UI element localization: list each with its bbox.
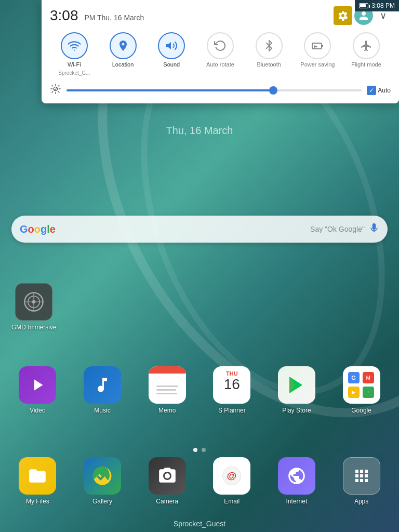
playstore-icon[interactable] xyxy=(278,366,315,404)
google-label: Google xyxy=(351,407,371,414)
email-icon[interactable]: @ xyxy=(213,457,250,495)
toggle-bluetooth-label: Bluetooth xyxy=(257,61,281,68)
wifi-icon xyxy=(68,39,81,52)
brightness-row: ✓ Auto xyxy=(50,83,391,97)
svg-point-10 xyxy=(165,473,170,478)
camera-icon[interactable] xyxy=(149,457,186,495)
music-icon[interactable] xyxy=(84,366,121,404)
app-playstore[interactable]: Play Store xyxy=(271,366,323,414)
toggle-wifi-sublabel: Sprocket_G... xyxy=(58,70,90,76)
globe-icon xyxy=(287,466,307,486)
toggle-flightmode-label: Flight mode xyxy=(351,61,381,68)
video-icon[interactable] xyxy=(19,366,56,404)
camera-label: Camera xyxy=(156,498,178,505)
myfiles-icon[interactable] xyxy=(19,457,56,495)
google-logo: Google xyxy=(20,223,56,235)
gmd-immersive-icon[interactable] xyxy=(15,283,52,321)
app-camera[interactable]: Camera xyxy=(141,457,193,505)
mic-svg xyxy=(369,222,379,234)
apps-icon[interactable] xyxy=(343,457,380,495)
memo-label: Memo xyxy=(158,407,176,414)
toggle-powersaving[interactable]: Power saving xyxy=(299,32,336,76)
toggle-wifi[interactable]: Wi-Fi Sprocket_G... xyxy=(56,32,92,76)
battery-save-icon xyxy=(311,39,324,52)
auto-brightness-toggle[interactable]: ✓ Auto xyxy=(367,86,391,95)
location-icon xyxy=(117,39,129,52)
toggle-sound-label: Sound xyxy=(163,61,180,68)
battery-icon xyxy=(359,3,368,8)
apps-grid-icon xyxy=(352,467,371,485)
settings-button[interactable] xyxy=(334,6,352,25)
toggle-autorotate-circle[interactable] xyxy=(207,32,234,59)
toggle-powersaving-label: Power saving xyxy=(300,61,335,68)
panel-header-time: 3:08 PM Thu, 16 March xyxy=(50,7,144,24)
svg-rect-1 xyxy=(312,43,322,49)
music-label: Music xyxy=(94,407,110,414)
gallery-svg xyxy=(91,465,113,487)
app-apps[interactable]: Apps xyxy=(336,457,388,505)
auto-brightness-check[interactable]: ✓ xyxy=(367,86,376,95)
toggle-location-label: Location xyxy=(112,61,134,68)
brightness-slider[interactable] xyxy=(66,89,362,91)
profile-label: Sprocket_Guest xyxy=(0,520,399,528)
plane-icon xyxy=(360,39,373,52)
page-dots xyxy=(193,448,206,452)
toggle-autorotate-label: Auto rotate xyxy=(206,61,234,68)
notification-panel: 3:08 PM Thu, 16 March ∨ xyxy=(42,0,399,103)
toggle-powersaving-circle[interactable] xyxy=(304,32,331,59)
brightness-icon xyxy=(50,83,61,97)
gallery-label: Gallery xyxy=(92,498,112,505)
app-grid-top: Video Music Memo xyxy=(0,366,399,414)
camera-svg xyxy=(157,466,177,486)
toggle-location-circle[interactable] xyxy=(110,32,137,59)
page-dot-1 xyxy=(193,448,197,452)
app-internet[interactable]: Internet xyxy=(271,457,323,505)
app-grid-row-2: My Files Gallery Camera xyxy=(0,457,399,505)
toggle-bluetooth[interactable]: Bluetooth xyxy=(251,32,287,76)
app-memo[interactable]: Memo xyxy=(141,366,193,414)
app-video[interactable]: Video xyxy=(11,366,63,414)
splanner-icon[interactable]: THU 16 xyxy=(213,366,250,404)
toggle-sound-circle[interactable] xyxy=(158,32,185,59)
google-search-bar[interactable]: Google Say "Ok Google" xyxy=(11,216,388,243)
toggle-location[interactable]: Location xyxy=(105,32,141,76)
gmd-immersive-label: GMD Immersive xyxy=(11,324,57,331)
app-splanner[interactable]: THU 16 S Planner xyxy=(206,366,258,414)
sound-icon xyxy=(165,39,178,52)
app-google[interactable]: G M ▶ + Google xyxy=(336,366,388,414)
panel-time: 3:08 xyxy=(50,7,78,24)
panel-date: PM Thu, 16 March xyxy=(83,14,144,22)
app-myfiles[interactable]: My Files xyxy=(11,457,63,505)
app-grid-bottom: My Files Gallery Camera xyxy=(0,457,399,505)
memo-icon[interactable] xyxy=(149,366,186,404)
toggle-wifi-circle[interactable] xyxy=(61,32,88,59)
google-icon[interactable]: G M ▶ + xyxy=(343,366,380,404)
video-label: Video xyxy=(30,407,45,414)
quick-toggles: Wi-Fi Sprocket_G... Location Sound xyxy=(50,32,391,76)
status-bar: 3:08 PM xyxy=(355,0,399,11)
app-music[interactable]: Music xyxy=(76,366,128,414)
email-label: Email xyxy=(224,498,240,505)
rotate-icon xyxy=(214,39,227,52)
search-hint: Say "Ok Google" xyxy=(310,225,365,233)
gmd-immersive-item[interactable]: GMD Immersive xyxy=(11,283,57,331)
toggle-sound[interactable]: Sound xyxy=(153,32,190,76)
gallery-icon[interactable] xyxy=(84,457,121,495)
playstore-svg xyxy=(286,374,308,396)
myfiles-label: My Files xyxy=(26,498,49,505)
app-gallery[interactable]: Gallery xyxy=(76,457,128,505)
app-email[interactable]: @ Email xyxy=(206,457,258,505)
microphone-icon[interactable] xyxy=(369,222,379,237)
bluetooth-icon xyxy=(263,39,275,52)
svg-marker-0 xyxy=(166,42,171,49)
toggle-flightmode-circle[interactable] xyxy=(353,32,380,59)
folder-icon xyxy=(28,466,47,486)
toggle-bluetooth-circle[interactable] xyxy=(256,32,283,59)
toggle-flightmode[interactable]: Flight mode xyxy=(348,32,384,76)
wallpaper-date: Thu, 16 March xyxy=(0,125,399,137)
toggle-autorotate[interactable]: Auto rotate xyxy=(202,32,238,76)
user-icon xyxy=(358,10,369,21)
status-bar-time: 3:08 PM xyxy=(371,2,395,9)
internet-icon[interactable] xyxy=(278,457,315,495)
auto-brightness-icon xyxy=(50,83,61,95)
